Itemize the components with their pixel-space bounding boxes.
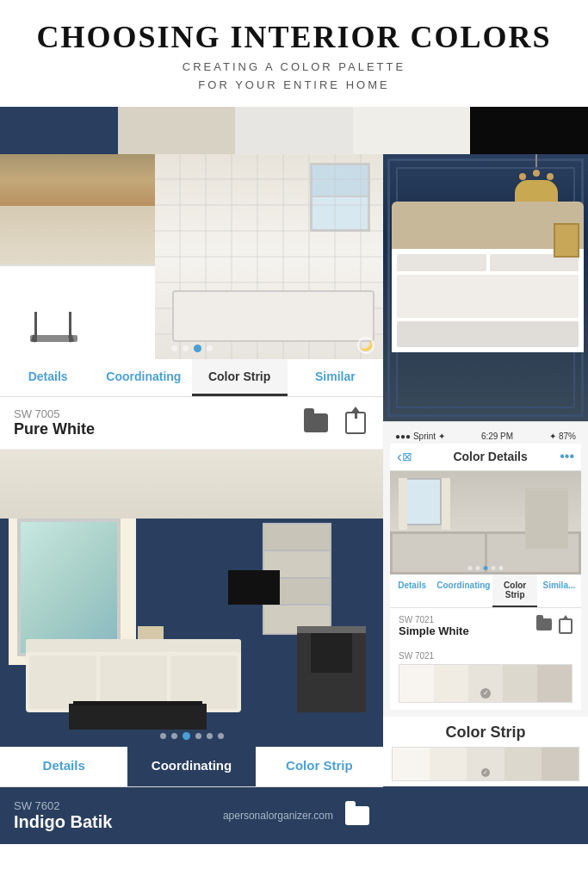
bottom-paint-code-block: SW 7602 Indigo Batik: [14, 799, 223, 832]
phone-strip-swatch-3: ✓: [468, 665, 503, 702]
phone-strip-swatch-1: [399, 665, 434, 702]
phone-battery: ✦ 87%: [549, 432, 576, 441]
page-title: CHOOSING INTERIOR COLORS: [17, 19, 571, 55]
phone-carrier: ●●● Sprint ✦: [395, 432, 445, 441]
color-palette-row: [0, 107, 588, 154]
tab-similar[interactable]: Similar: [288, 359, 383, 396]
phone-status-bar: ●●● Sprint ✦ 6:29 PM ✦ 87%: [390, 429, 581, 444]
bathroom-image: 🌙: [0, 154, 383, 359]
tab-color-strip[interactable]: Color Strip: [192, 359, 288, 396]
folder-button[interactable]: [302, 411, 330, 435]
bottom-tab-color-strip[interactable]: Color Strip: [256, 747, 383, 786]
bathroom-tabs: Details Coordinating Color Strip Similar: [0, 359, 383, 397]
paint-actions: [302, 411, 369, 435]
bathroom-vanity: [0, 264, 155, 359]
strip-swatch-bottom-4: [504, 748, 542, 780]
phone-tab-coordinating[interactable]: Coordinating: [434, 575, 492, 607]
phone-paint-code: SW 7021: [399, 615, 469, 624]
phone-folder-button[interactable]: [536, 618, 552, 634]
strip-swatch-bottom-2: [430, 748, 467, 780]
phone-strip-swatch-5: [537, 665, 572, 702]
color-strip-swatches-bottom: ✓: [392, 747, 579, 781]
bottom-paint-info: SW 7602 Indigo Batik apersonalorganizer.…: [0, 787, 383, 844]
page-subtitle: CREATING A COLOR PALETTE FOR YOUR ENTIRE…: [17, 59, 571, 95]
dot-4: [207, 345, 213, 351]
coffee-table: [69, 704, 207, 730]
palette-swatch-beige: [118, 107, 236, 154]
strip-swatch-bottom-1: [393, 748, 430, 780]
paint-code-block: SW 7005 Pure White: [14, 407, 302, 438]
dot-3-active: [194, 345, 201, 352]
color-strip-bottom-section: Color Strip ✓: [383, 717, 588, 786]
bottom-paint-name: Indigo Batik: [14, 812, 223, 832]
palette-swatch-navy: [0, 107, 118, 154]
phone-carousel-dots: [468, 566, 504, 570]
strip-swatch-bottom-5: [542, 748, 579, 780]
living-room-carousel-dots: [160, 732, 224, 740]
phone-strip-label: SW 7021: [399, 651, 573, 661]
main-content: 🌙 Details Coordinating Color Strip Simil…: [0, 154, 588, 844]
paint-name: Pure White: [14, 420, 302, 438]
phone-strip-colors: ✓: [399, 664, 573, 703]
phone-expand-button[interactable]: ⊠: [402, 450, 412, 463]
share-arrow-icon: [350, 407, 361, 413]
phone-tab-similar[interactable]: Simila...: [537, 575, 581, 607]
phone-strip-swatch-2: [434, 665, 468, 702]
phone-tab-details[interactable]: Details: [390, 575, 434, 607]
phone-time: 6:29 PM: [481, 432, 513, 441]
living-dot-2: [171, 733, 177, 739]
left-panel: 🌙 Details Coordinating Color Strip Simil…: [0, 154, 383, 844]
phone-tab-color-strip[interactable]: Color Strip: [492, 575, 536, 607]
phone-bedroom-image: [390, 471, 581, 575]
palette-swatch-white: [353, 107, 471, 154]
tab-coordinating[interactable]: Coordinating: [96, 359, 191, 396]
phone-nav-title: Color Details: [421, 450, 560, 463]
artwork: [554, 223, 579, 258]
moon-icon[interactable]: 🌙: [357, 337, 374, 354]
tab-details[interactable]: Details: [0, 359, 96, 396]
room-window: [17, 519, 121, 656]
phone-more-button[interactable]: •••: [560, 449, 574, 464]
phone-paint-info: SW 7021 Simple White: [390, 608, 581, 644]
bathroom-left: [0, 154, 155, 359]
color-strip-bottom-label: Color Strip: [392, 724, 579, 742]
bottom-paint-code: SW 7602: [14, 799, 223, 812]
bottom-tabs: Details Coordinating Color Strip: [0, 747, 383, 787]
phone-nav-bar: ‹ ⊠ Color Details •••: [390, 444, 581, 471]
page-container: CHOOSING INTERIOR COLORS CREATING A COLO…: [0, 0, 588, 844]
phone-paint-actions: [536, 618, 573, 634]
living-dot-4: [195, 733, 201, 739]
bottom-folder-button[interactable]: [345, 806, 369, 825]
living-dot-6: [218, 733, 224, 739]
paint-code: SW 7005: [14, 407, 302, 420]
bottom-folder-icon: [345, 806, 369, 825]
palette-swatch-offwhite: [235, 107, 353, 154]
bathroom-paint-info: SW 7005 Pure White: [0, 397, 383, 450]
phone-paint-name: Simple White: [399, 624, 469, 637]
room-tv: [228, 570, 280, 605]
dot-2: [183, 345, 189, 351]
website-label: apersonalorganizer.com: [223, 810, 333, 822]
room-ceiling: [0, 450, 383, 519]
folder-icon: [304, 413, 328, 432]
phone-strip-check: ✓: [480, 688, 491, 699]
phone-mockup: ●●● Sprint ✦ 6:29 PM ✦ 87% ‹ ⊠ Color Det…: [383, 421, 588, 717]
phone-folder-icon: [536, 618, 552, 630]
living-room-image: [0, 450, 383, 747]
right-panel: ●●● Sprint ✦ 6:29 PM ✦ 87% ‹ ⊠ Color Det…: [383, 154, 588, 844]
bathroom-right: [155, 154, 383, 359]
phone-share-button[interactable]: [559, 618, 573, 634]
share-icon: [345, 412, 366, 434]
strip-swatch-bottom-3: ✓: [467, 748, 504, 780]
living-dot-3-active: [183, 732, 190, 740]
share-button[interactable]: [342, 411, 369, 435]
dot-1: [171, 345, 177, 351]
bottom-tab-coordinating[interactable]: Coordinating: [127, 747, 255, 786]
bathroom-tub: [172, 290, 374, 342]
living-dot-5: [207, 733, 213, 739]
palette-swatch-black: [470, 107, 588, 154]
bottom-tab-details[interactable]: Details: [0, 747, 127, 786]
phone-tabs: Details Coordinating Color Strip Simila.…: [390, 575, 581, 608]
bathroom-carousel-dots: [171, 345, 213, 352]
phone-share-icon: [559, 618, 573, 634]
